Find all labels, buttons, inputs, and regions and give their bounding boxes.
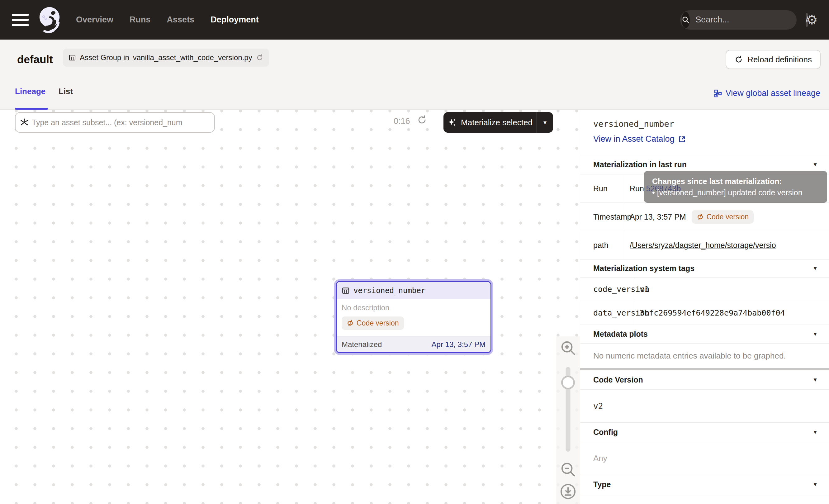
lineage-graph-icon [714,89,722,98]
timestamp-row-label: Timestamp [580,203,624,231]
asset-node-header: versioned_number [337,282,491,299]
refresh-icon[interactable] [417,115,427,125]
type-value-block [580,494,829,504]
panel-title-block: versioned_number View in Asset Catalog [580,110,829,155]
section-type[interactable]: Type ▼ [580,475,829,494]
asset-node-versioned-number[interactable]: versioned_number No description Code ver… [336,281,492,353]
storage-path-link[interactable]: /Users/sryza/dagster_home/storage/versio [630,241,776,250]
changes-since-materialization-tooltip: Changes since last materialization: • [v… [644,171,827,203]
reload-definitions-button[interactable]: Reload definitions [726,50,821,69]
nav-item-runs[interactable]: Runs [130,15,151,25]
gear-icon[interactable]: ⚙ [806,13,818,27]
chevron-down-icon: ▾ [543,119,546,126]
section-code-version[interactable]: Code Version ▼ [580,370,829,389]
code-version-value: v2 [593,401,603,411]
asset-group-file-link[interactable]: vanilla_asset_with_code_version.py [133,53,252,62]
view-in-asset-catalog-link[interactable]: View in Asset Catalog [593,134,686,144]
global-search[interactable]: / [680,10,797,30]
code-version-tag-value: v1 [634,278,829,301]
section-metadata-plots[interactable]: Metadata plots ▼ [580,325,829,343]
nav-item-overview[interactable]: Overview [76,15,113,25]
tab-lineage[interactable]: Lineage [15,86,45,96]
caret-down-icon[interactable]: ▼ [813,162,818,168]
code-version-badge[interactable]: Code version [341,317,404,330]
grid-icon [341,287,350,295]
caret-down-icon[interactable]: ▼ [813,429,818,435]
panel-asset-name: versioned_number [593,119,829,129]
lineage-canvas[interactable]: 0:16 Materialize selected ▾ [0,110,580,504]
data-version-tag-row: data_version 3bfc269594ef649228e9a74bab0… [580,301,829,325]
page-title: default [17,53,53,66]
materialize-dropdown-button[interactable]: ▾ [537,112,553,133]
section-config[interactable]: Config ▼ [580,422,829,442]
caret-down-icon[interactable]: ▼ [813,481,818,488]
nav-item-deployment[interactable]: Deployment [211,15,259,25]
materialize-selected-button[interactable]: Materialize selected ▾ [443,112,553,133]
asset-subset-filter[interactable] [15,112,215,133]
materialized-timestamp[interactable]: Apr 13, 3:57 PM [432,340,485,349]
path-row-label: path [580,231,624,259]
asset-group-badge: Asset Group in vanilla_asset_with_code_v… [63,48,269,67]
zoom-slider-handle[interactable] [561,376,575,389]
code-version-tag-row: code_version v1 [580,277,829,301]
asset-selector-icon [20,118,29,127]
tooltip-change-item: • [versioned_number] updated code versio… [652,187,824,198]
code-version-badge[interactable]: Code version [692,210,754,224]
code-version-changed-icon [697,213,704,220]
section-system-tags[interactable]: Materialization system tags ▼ [580,259,829,277]
sparkle-icon [447,118,457,127]
top-nav-bar: Overview Runs Assets Deployment / ⚙ [0,0,829,40]
dagster-logo-icon[interactable] [36,5,63,35]
materialized-status-label: Materialized [341,340,382,349]
grid-icon [69,54,76,61]
config-value-block: Any [580,442,829,475]
page-header: default Asset Group in vanilla_asset_wit… [0,40,829,81]
dagster-asset-group-page: Overview Runs Assets Deployment / ⚙ defa… [0,0,829,504]
hamburger-menu-icon[interactable] [12,14,29,26]
download-image-icon[interactable] [559,483,577,500]
reload-definitions-label: Reload definitions [747,55,812,65]
caret-down-icon[interactable]: ▼ [813,331,818,337]
data-version-tag-label: data_version [580,301,634,325]
code-version-tag-label: code_version [580,278,634,301]
asset-node-footer: Materialized Apr 13, 3:57 PM [337,336,491,352]
code-version-badge-label: Code version [357,319,399,327]
asset-details-panel: versioned_number View in Asset Catalog M… [580,110,829,504]
refresh-timer: 0:16 [394,116,410,126]
tab-list[interactable]: List [59,86,73,96]
canvas-zoom-controls [556,336,580,504]
primary-nav: Overview Runs Assets Deployment [76,15,259,25]
tooltip-title: Changes since last materialization: [652,176,824,187]
refresh-icon[interactable] [256,54,263,61]
materialize-selected-label: Materialize selected [461,118,533,128]
zoom-out-icon[interactable] [560,461,576,478]
config-value: Any [593,454,607,463]
zoom-in-icon[interactable] [560,339,576,356]
asset-node-description: No description [341,303,485,312]
caret-down-icon[interactable]: ▼ [813,377,818,383]
run-row-label: Run [580,174,624,203]
timestamp-row-value: Apr 13, 3:57 PM Code version [624,203,829,231]
asset-subset-input[interactable] [32,118,210,127]
path-row: path /Users/sryza/dagster_home/storage/v… [580,231,829,259]
tabs-row: Lineage List View global asset lineage [0,81,829,110]
view-global-asset-lineage-link[interactable]: View global asset lineage [714,88,820,98]
external-link-icon [678,136,686,143]
code-version-changed-icon [347,320,354,327]
code-version-value-block: v2 [580,389,829,422]
data-version-tag-value: 3bfc269594ef649228e9a74bab00f04 [634,301,829,325]
caret-down-icon[interactable]: ▼ [813,265,818,272]
search-input[interactable] [690,15,806,25]
asset-node-title: versioned_number [354,286,425,295]
search-icon [682,12,690,28]
metadata-plots-empty-message: No numeric metadata entries available to… [580,343,829,368]
nav-item-assets[interactable]: Assets [167,15,195,25]
asset-node-body: No description Code version [337,299,491,336]
asset-group-label: Asset Group in [80,53,129,62]
refresh-icon [734,55,743,64]
timestamp-row: Timestamp Apr 13, 3:57 PM Code version [580,203,829,231]
